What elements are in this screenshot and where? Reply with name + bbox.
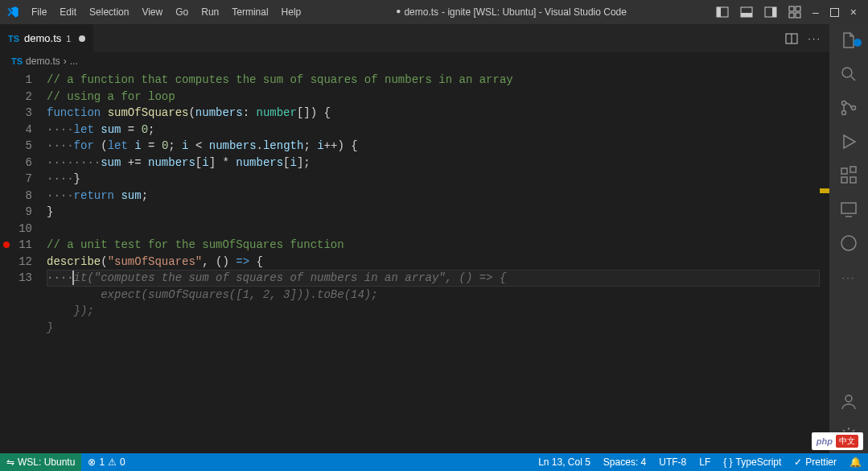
- code-text: {: [249, 255, 263, 268]
- code-text: [: [283, 156, 290, 169]
- error-count: 1: [99, 457, 105, 468]
- accounts-icon[interactable]: [839, 392, 858, 411]
- line-gutter: 1 2 3 4 5 6 7 8 9 10 11 12 13: [0, 72, 47, 453]
- window-close-button[interactable]: ×: [850, 6, 857, 19]
- svg-point-13: [842, 68, 852, 77]
- code-text: numbers: [209, 139, 257, 152]
- code-text: ········: [47, 156, 101, 169]
- menu-file[interactable]: File: [26, 3, 52, 21]
- menu-view[interactable]: View: [136, 3, 168, 21]
- code-editor[interactable]: 1 2 3 4 5 6 7 8 9 10 11 12 13 // a funct…: [0, 70, 829, 453]
- line-number: 3: [0, 105, 32, 122]
- code-text: function: [47, 106, 101, 119]
- code-text: [: [195, 156, 202, 169]
- window-minimize-button[interactable]: –: [812, 6, 819, 19]
- code-text: , (): [202, 255, 236, 268]
- code-text: sumOfSquares: [108, 106, 189, 119]
- menu-edit[interactable]: Edit: [54, 3, 82, 21]
- line-number: 12: [0, 254, 32, 271]
- editor-area: TS demo.ts 1 ··· TS demo.ts › ... 1 2 3 …: [0, 24, 829, 453]
- code-text: ] *: [209, 156, 237, 169]
- source-control-icon[interactable]: [839, 98, 858, 118]
- code-text: (: [94, 139, 108, 152]
- svg-rect-10: [830, 8, 838, 16]
- typescript-icon: TS: [8, 34, 19, 43]
- code-text: sum: [101, 156, 121, 169]
- menu-help[interactable]: Help: [276, 3, 307, 21]
- code-text: // a unit test for the sumOfSquares func…: [47, 238, 344, 251]
- prettier-label: Prettier: [805, 457, 837, 468]
- problems-indicator[interactable]: ⊗ 1 ⚠ 0: [81, 453, 131, 471]
- indentation[interactable]: Spaces: 4: [597, 457, 652, 468]
- minimap-warning-marker: [820, 188, 829, 193]
- line-number: 2: [0, 89, 32, 105]
- code-text: for: [74, 139, 94, 152]
- remote-indicator[interactable]: ⇋ WSL: Ubuntu: [0, 453, 81, 471]
- github-icon[interactable]: [839, 233, 858, 253]
- breadcrumb-file[interactable]: demo.ts: [26, 56, 60, 67]
- svg-point-17: [852, 106, 856, 110]
- window-maximize-button[interactable]: [830, 8, 839, 17]
- code-content[interactable]: // a function that computes the sum of s…: [47, 72, 829, 453]
- remote-icon: ⇋: [6, 457, 14, 468]
- menu-selection[interactable]: Selection: [84, 3, 134, 21]
- menu-run[interactable]: Run: [195, 3, 224, 21]
- svg-rect-22: [841, 203, 856, 213]
- code-text: i: [182, 139, 188, 152]
- minimap[interactable]: [820, 72, 829, 453]
- remote-label: WSL: Ubuntu: [18, 457, 75, 468]
- extensions-icon[interactable]: [839, 166, 858, 185]
- title-layout-controls: – ×: [716, 6, 862, 19]
- svg-point-24: [841, 236, 856, 250]
- code-text: =: [142, 139, 162, 152]
- more-actions-button[interactable]: ···: [808, 32, 821, 44]
- line-number: 4: [0, 122, 32, 138]
- svg-point-16: [842, 111, 846, 115]
- chevron-right-icon: ›: [64, 56, 67, 67]
- more-icon[interactable]: ···: [839, 267, 858, 287]
- notifications-button[interactable]: 🔔: [843, 457, 868, 468]
- code-text: [94, 123, 101, 136]
- cursor-position[interactable]: Ln 13, Col 5: [532, 457, 597, 468]
- code-text: 0: [142, 123, 148, 136]
- breadcrumbs[interactable]: TS demo.ts › ...: [0, 52, 829, 70]
- eol[interactable]: LF: [693, 457, 717, 468]
- check-icon: ✓: [794, 457, 802, 468]
- main-area: TS demo.ts 1 ··· TS demo.ts › ... 1 2 3 …: [0, 24, 868, 453]
- code-text: ····: [47, 172, 74, 185]
- customize-layout-icon[interactable]: [788, 6, 801, 19]
- breadcrumb-more[interactable]: ...: [70, 56, 78, 67]
- code-text: []) {: [297, 106, 331, 119]
- code-text: i: [317, 139, 323, 152]
- encoding[interactable]: UTF-8: [652, 457, 693, 468]
- tab-demo-ts[interactable]: TS demo.ts 1: [0, 24, 94, 52]
- svg-line-14: [851, 76, 855, 81]
- language-mode[interactable]: { } TypeScript: [717, 457, 788, 468]
- remote-explorer-icon[interactable]: [839, 200, 858, 219]
- svg-rect-9: [796, 13, 800, 18]
- toggle-panel-left-icon[interactable]: [716, 6, 729, 19]
- title-project: - ignite [WSL: Ubuntu] - Visual Studio C…: [442, 6, 627, 18]
- tab-bar: TS demo.ts 1 ···: [0, 24, 829, 52]
- code-text: ;: [168, 139, 182, 152]
- code-text: sum: [121, 189, 141, 202]
- breakpoint-icon[interactable]: [3, 242, 10, 248]
- search-icon[interactable]: [839, 64, 858, 84]
- toggle-panel-bottom-icon[interactable]: [740, 6, 753, 19]
- prettier-status[interactable]: ✓ Prettier: [788, 457, 843, 468]
- svg-rect-18: [841, 168, 847, 174]
- menu-terminal[interactable]: Terminal: [226, 3, 274, 21]
- activity-bar: ···: [829, 24, 868, 453]
- line-number: 10: [0, 221, 32, 238]
- svg-rect-21: [850, 167, 856, 172]
- code-text: ;: [142, 189, 148, 202]
- titlebar: File Edit Selection View Go Run Terminal…: [0, 0, 868, 24]
- menu-go[interactable]: Go: [170, 3, 194, 21]
- run-debug-icon[interactable]: [839, 132, 858, 151]
- svg-rect-1: [717, 7, 721, 17]
- split-editor-button[interactable]: [785, 32, 798, 45]
- toggle-panel-right-icon[interactable]: [764, 6, 777, 19]
- cn-badge: 中文: [836, 435, 858, 448]
- code-text: +=: [121, 156, 148, 169]
- code-text: number: [256, 106, 296, 119]
